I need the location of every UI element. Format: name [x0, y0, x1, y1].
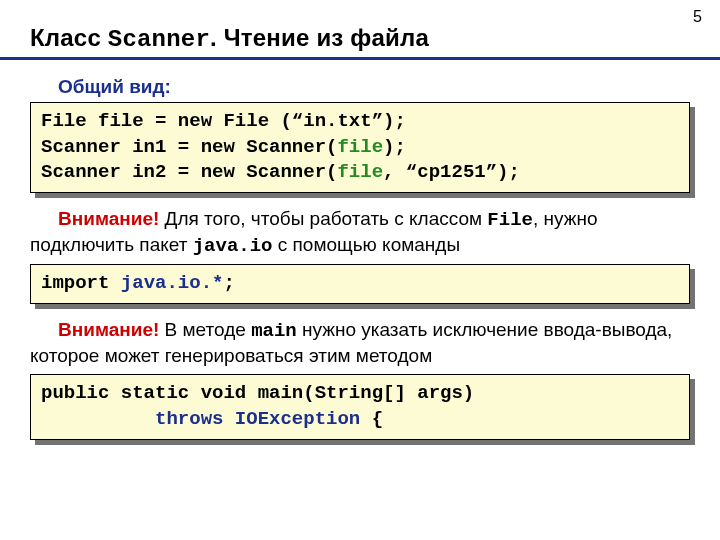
code2-c: ;	[223, 272, 234, 294]
note1-m2: java.io	[193, 235, 273, 257]
note2-m1: main	[251, 320, 297, 342]
page-number: 5	[693, 8, 702, 26]
attention-1: Внимание!	[58, 208, 159, 229]
title-text-2: . Чтение из файла	[210, 24, 429, 51]
title-mono: Scanner	[108, 26, 210, 53]
content-area: Общий вид: File file = new File (“in.txt…	[0, 60, 720, 440]
code3-line1: public static void main(String[] args)	[41, 382, 474, 404]
code1-line2a: Scanner in1 = new Scanner(	[41, 136, 337, 158]
code1-file2: file	[337, 161, 383, 183]
code3-line2a	[41, 408, 155, 430]
code2-b: java.io.*	[121, 272, 224, 294]
code1-line2c: );	[383, 136, 406, 158]
title-text-1: Класс	[30, 24, 108, 51]
section-label: Общий вид:	[58, 76, 690, 98]
note1-t3: с помощью команды	[273, 234, 461, 255]
code-block-3: public static void main(String[] args) t…	[30, 374, 690, 439]
code-block-2: import java.io.*;	[30, 264, 690, 304]
code1-line3c: , “cp1251”);	[383, 161, 520, 183]
note-2: Внимание! В методе main нужно указать ис…	[30, 318, 690, 368]
page-title: Класс Scanner. Чтение из файла	[0, 0, 720, 60]
attention-2: Внимание!	[58, 319, 159, 340]
note-1: Внимание! Для того, чтобы работать с кла…	[30, 207, 690, 258]
code1-file1: file	[337, 136, 383, 158]
code3-throws: throws IOException	[155, 408, 372, 430]
code1-line3a: Scanner in2 = new Scanner(	[41, 161, 337, 183]
code-block-1: File file = new File (“in.txt”); Scanner…	[30, 102, 690, 193]
note1-t1: Для того, чтобы работать с классом	[159, 208, 487, 229]
code3-line2c: {	[372, 408, 383, 430]
note1-m1: File	[487, 209, 533, 231]
note2-t1: В методе	[159, 319, 251, 340]
code1-line1: File file = new File (“in.txt”);	[41, 110, 406, 132]
code2-a: import	[41, 272, 121, 294]
